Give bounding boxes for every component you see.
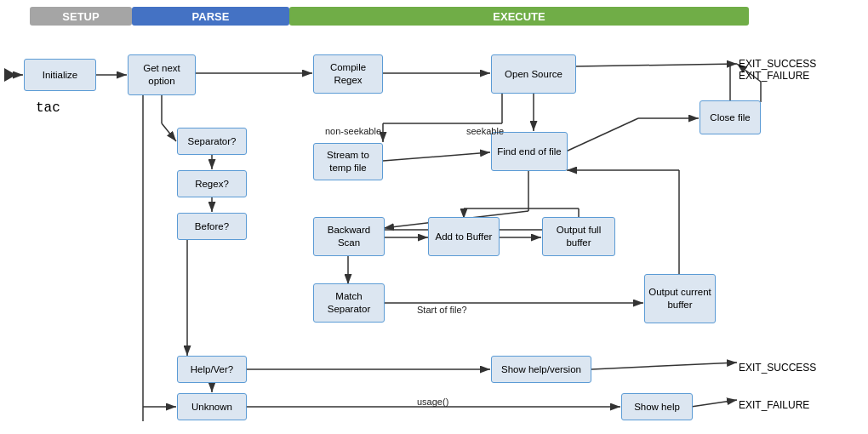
diagram-container: SETUP PARSE EXECUTE (0, 0, 868, 434)
open-source-box: Open Source (491, 54, 576, 94)
svg-line-24 (591, 363, 737, 369)
help-ver-box: Help/Ver? (177, 356, 247, 383)
show-help-box: Show help (621, 393, 693, 420)
close-file-box: Close file (700, 100, 761, 134)
svg-line-26 (691, 400, 737, 407)
match-separator-box: Match Separator (313, 283, 385, 323)
start-of-file-label: Start of file? (417, 305, 467, 315)
find-end-of-file-box: Find end of file (491, 132, 568, 171)
compile-regex-box: Compile Regex (313, 54, 383, 94)
seekable-label: seekable (466, 126, 504, 136)
tac-label: tac (36, 100, 60, 116)
exit-failure-2: EXIT_FAILURE (739, 399, 809, 411)
initialize-box: Initialize (24, 59, 96, 91)
svg-line-18 (162, 123, 176, 141)
exit-success-2: EXIT_SUCCESS (739, 362, 816, 374)
output-full-buffer-box: Output full buffer (542, 217, 615, 256)
exit-success-1: EXIT_SUCCESS (739, 58, 816, 70)
svg-line-38 (566, 118, 638, 151)
show-help-version-box: Show help/version (491, 356, 591, 383)
stream-to-temp-box: Stream to temp file (313, 143, 383, 180)
unknown-box: Unknown (177, 393, 247, 420)
entry-arrow (4, 68, 16, 82)
before-box: Before? (177, 213, 247, 240)
backward-scan-box: Backward Scan (313, 217, 385, 256)
phase-parse: PARSE (132, 7, 289, 26)
exit-failure-1: EXIT_FAILURE (739, 70, 809, 82)
non-seekable-label: non-seekable (325, 126, 381, 136)
get-next-option-box: Get next option (128, 54, 196, 95)
separator-box: Separator? (177, 128, 247, 155)
add-to-buffer-box: Add to Buffer (428, 217, 500, 256)
usage-label: usage() (417, 397, 448, 407)
svg-line-7 (576, 64, 737, 66)
svg-line-14 (383, 152, 490, 161)
regex-box: Regex? (177, 170, 247, 197)
phase-execute: EXECUTE (289, 7, 749, 26)
output-current-buffer-box: Output current buffer (644, 274, 716, 323)
phase-setup: SETUP (30, 7, 132, 26)
